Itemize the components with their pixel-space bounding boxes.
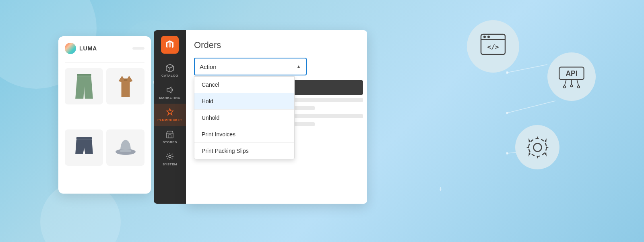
plumrocket-icon <box>165 108 174 117</box>
magento-logo <box>161 36 179 54</box>
svg-text:API: API <box>566 69 577 77</box>
luma-header: LUMA <box>65 43 144 58</box>
product-hat-icon <box>114 134 138 162</box>
action-dropdown-label: Action <box>200 63 217 70</box>
svg-marker-9 <box>167 108 173 115</box>
luma-logo-icon <box>65 43 76 54</box>
action-dropdown-button[interactable]: Action ▲ <box>194 58 307 75</box>
svg-line-7 <box>170 66 173 68</box>
dropdown-arrow-icon: ▲ <box>296 64 301 69</box>
svg-text:</>: </> <box>487 43 499 51</box>
hold-label: Hold <box>202 98 213 104</box>
sidebar-item-plumrocket[interactable]: PLUMROCKET <box>154 104 186 126</box>
stores-icon <box>165 130 174 139</box>
api-icon: API <box>557 64 586 90</box>
dropdown-item-print-packing-slips[interactable]: Print Packing Slips <box>194 143 294 159</box>
sidebar-item-stores[interactable]: STORES <box>154 126 186 148</box>
sidebar-item-catalog[interactable]: CATALOG <box>154 59 186 81</box>
svg-line-14 <box>507 101 555 113</box>
magento-sidebar: CATALOG MARKETING PLUMROCKET STORES <box>154 30 186 204</box>
product-item-1 <box>65 68 103 104</box>
svg-point-21 <box>483 36 486 38</box>
print-invoices-label: Print Invoices <box>202 131 235 138</box>
cancel-label: Cancel <box>202 81 219 88</box>
product-panel: LUMA <box>58 36 151 194</box>
svg-point-18 <box>506 152 508 154</box>
svg-point-12 <box>169 155 171 158</box>
magento-logo-icon <box>165 40 175 50</box>
svg-line-6 <box>166 66 170 68</box>
system-label: SYSTEM <box>163 163 177 166</box>
dropdown-item-cancel[interactable]: Cancel <box>194 77 294 93</box>
gear-bubble <box>515 125 559 169</box>
svg-rect-10 <box>167 133 173 138</box>
svg-point-31 <box>578 86 580 88</box>
luma-divider <box>65 62 144 63</box>
svg-rect-2 <box>76 137 92 140</box>
svg-line-26 <box>565 79 566 86</box>
svg-point-32 <box>533 143 541 151</box>
product-shorts-icon <box>72 134 96 162</box>
sidebar-item-marketing[interactable]: MARKETING <box>154 81 186 104</box>
sidebar-item-system[interactable]: SYSTEM <box>154 148 186 170</box>
svg-point-16 <box>506 71 508 74</box>
dropdown-item-hold[interactable]: Hold <box>194 93 294 110</box>
action-dropdown-menu: Cancel Hold Unhold Print Invoices Print … <box>194 76 295 159</box>
product-item-3 <box>65 129 103 166</box>
catalog-icon <box>165 63 174 72</box>
svg-point-33 <box>528 138 546 156</box>
background: + + LUMA <box>0 0 644 242</box>
product-grid <box>65 68 144 187</box>
svg-rect-11 <box>169 135 171 138</box>
svg-point-17 <box>506 112 508 114</box>
orders-title: Orders <box>194 40 359 50</box>
dropdown-item-print-invoices[interactable]: Print Invoices <box>194 126 294 143</box>
svg-point-30 <box>570 85 572 87</box>
luma-brand-title: LUMA <box>79 45 97 52</box>
product-pants-green-icon <box>72 72 96 100</box>
product-item-4 <box>106 129 144 166</box>
dropdown-item-unhold[interactable]: Unhold <box>194 110 294 126</box>
action-dropdown-wrapper: Action ▲ Cancel Hold Unhold Print Invoic… <box>194 58 307 75</box>
deco-plus-2: + <box>438 185 443 194</box>
catalog-label: CATALOG <box>161 74 178 77</box>
print-packing-slips-label: Print Packing Slips <box>202 148 249 154</box>
svg-line-27 <box>577 79 578 86</box>
marketing-label: MARKETING <box>159 96 181 100</box>
plumrocket-label: PLUMROCKET <box>157 118 182 122</box>
marketing-icon <box>165 86 174 94</box>
unhold-label: Unhold <box>202 115 219 121</box>
svg-rect-1 <box>77 74 91 75</box>
product-shirt-brown-icon <box>114 72 138 100</box>
luma-menu-bar <box>132 47 144 50</box>
product-item-2 <box>106 68 144 104</box>
svg-line-13 <box>507 65 547 73</box>
code-window-bubble: </> <box>467 20 519 73</box>
code-window-icon: </> <box>479 32 507 60</box>
api-bubble: API <box>547 52 596 101</box>
svg-point-22 <box>487 36 490 38</box>
orders-panel: Orders Action ▲ Cancel Hold Unhold Print <box>186 30 367 204</box>
stores-label: STORES <box>163 140 177 144</box>
gear-icon <box>524 134 551 161</box>
system-icon <box>165 152 174 161</box>
svg-point-29 <box>564 86 566 88</box>
